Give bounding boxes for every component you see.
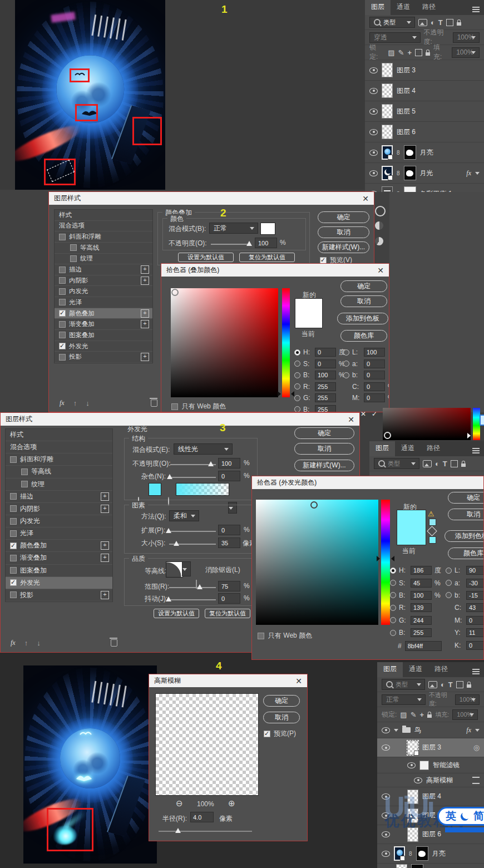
fx-icon[interactable]: fx: [11, 639, 16, 647]
value-field[interactable]: 11: [466, 628, 484, 637]
style-checkbox[interactable]: [59, 234, 66, 240]
zoom-out-icon[interactable]: ⊖: [176, 798, 183, 808]
visibility-eye-icon[interactable]: [407, 762, 416, 768]
style-list-item[interactable]: 内发光: [6, 515, 112, 527]
radio[interactable]: [343, 349, 349, 356]
size-slider-thumb[interactable]: [174, 541, 179, 546]
group-row-bird[interactable]: 鸟 fx: [377, 722, 484, 738]
radio[interactable]: [390, 580, 396, 586]
filter-mask-thumbnail[interactable]: [419, 761, 429, 770]
style-list-item[interactable]: 描边 +: [55, 264, 152, 275]
fx-badge[interactable]: fx: [466, 726, 471, 734]
add-to-swatches-button[interactable]: 添加到色板: [445, 530, 484, 542]
spread-slider[interactable]: [169, 531, 216, 532]
layer-row-color-balance[interactable]: 色彩平衡 1: [365, 184, 484, 192]
jitter-slider[interactable]: [169, 599, 216, 600]
lock-paint-icon[interactable]: ✎: [411, 711, 417, 719]
new-style-button[interactable]: 新建样式(W)...: [318, 241, 369, 253]
contour-arrow[interactable]: [182, 561, 191, 576]
style-checkbox[interactable]: [21, 481, 28, 487]
style-checkbox[interactable]: [10, 530, 17, 537]
smart-object-thumbnail[interactable]: [407, 741, 418, 755]
value-field[interactable]: 244: [411, 616, 432, 625]
visibility-eye-icon[interactable]: [369, 170, 378, 176]
value-field[interactable]: 90: [466, 566, 484, 575]
value-field[interactable]: 186: [411, 566, 432, 575]
value-field[interactable]: 0: [364, 371, 385, 379]
color-libraries-button[interactable]: 颜色库: [340, 330, 387, 342]
radio[interactable]: [294, 406, 300, 412]
hue-slider[interactable]: [282, 288, 290, 397]
value-field[interactable]: 100: [364, 348, 385, 357]
value-field[interactable]: 0: [315, 348, 336, 357]
style-list-item[interactable]: 投影 +: [55, 352, 152, 363]
range-field[interactable]: 75: [218, 581, 240, 591]
value-field[interactable]: 45: [411, 579, 432, 588]
value-field[interactable]: 100: [315, 371, 336, 379]
layer-mask-thumbnail[interactable]: [404, 145, 416, 160]
style-checkbox[interactable]: [59, 321, 66, 328]
filter-type-letter-icon[interactable]: T: [448, 680, 453, 689]
radio[interactable]: [294, 349, 300, 356]
tab-channels[interactable]: 通道: [395, 441, 421, 456]
radius-slider-thumb[interactable]: [175, 828, 181, 833]
fx-collapse-icon[interactable]: [475, 729, 480, 732]
set-default-button[interactable]: 设置为默认值: [178, 253, 234, 262]
fill-combo[interactable]: 100%: [452, 47, 480, 58]
gamut-warning-icon[interactable]: ⚠: [428, 510, 434, 518]
filter-shape-icon[interactable]: [451, 460, 458, 467]
blur-preview[interactable]: [155, 693, 259, 796]
style-list-item[interactable]: 渐变叠加 +: [6, 552, 112, 564]
color-balance-icon[interactable]: [382, 186, 393, 192]
move-up-icon[interactable]: ↑: [24, 639, 28, 647]
reset-default-button[interactable]: 复位为默认值: [239, 253, 295, 262]
lock-move-icon[interactable]: +: [420, 711, 424, 719]
plus-icon[interactable]: +: [101, 554, 109, 562]
opacity-field[interactable]: 100: [218, 458, 240, 468]
web-only-checkbox[interactable]: [258, 633, 264, 639]
jitter-slider-thumb[interactable]: [166, 596, 171, 601]
value-field[interactable]: 0: [364, 382, 385, 391]
color-field[interactable]: [171, 288, 278, 397]
cancel-button[interactable]: 取消: [340, 295, 387, 307]
radio[interactable]: [343, 372, 349, 378]
dialog-titlebar[interactable]: 图层样式 ✕: [49, 192, 374, 205]
lock-transparent-icon[interactable]: ▨: [388, 48, 394, 57]
cancel-button[interactable]: 取消: [448, 509, 484, 520]
panel-menu-icon[interactable]: [472, 9, 480, 10]
visibility-eye-icon[interactable]: [369, 150, 378, 156]
style-checkbox[interactable]: [59, 354, 66, 361]
close-icon[interactable]: ✕: [295, 677, 302, 685]
plus-icon[interactable]: +: [101, 591, 109, 599]
layer-row-3-selected[interactable]: 图层 3 ◎: [377, 738, 484, 757]
radio[interactable]: [390, 568, 396, 574]
spread-field[interactable]: 0: [218, 525, 240, 535]
noise-field[interactable]: 0: [218, 471, 240, 481]
layer-mask-thumbnail[interactable]: [404, 166, 416, 180]
smart-object-thumbnail[interactable]: [382, 145, 393, 160]
hue-slider[interactable]: [381, 500, 390, 625]
visibility-eye-icon[interactable]: [369, 108, 378, 115]
lock-artboard-icon[interactable]: [415, 49, 422, 56]
style-checkbox[interactable]: [70, 255, 77, 262]
radio[interactable]: [294, 395, 300, 401]
move-down-icon[interactable]: ↓: [37, 639, 41, 647]
opacity-slider[interactable]: [211, 244, 251, 245]
contour-thumbnail[interactable]: [166, 561, 183, 578]
value-field[interactable]: 43: [466, 603, 484, 612]
style-checkbox[interactable]: [10, 505, 17, 512]
radio[interactable]: [390, 592, 396, 598]
style-list-item[interactable]: 混合选项: [6, 441, 112, 453]
style-list-item[interactable]: 渐变叠加 +: [55, 319, 152, 330]
spread-slider-thumb[interactable]: [166, 528, 171, 533]
opacity-slider-thumb[interactable]: [208, 461, 214, 466]
value-field[interactable]: 0: [466, 641, 484, 650]
ok-button[interactable]: 确定: [294, 427, 354, 439]
preview-checkbox[interactable]: [264, 731, 270, 737]
plus-icon[interactable]: +: [141, 309, 149, 318]
filter-shape-icon[interactable]: [446, 19, 453, 26]
size-field[interactable]: 35: [218, 537, 240, 548]
delete-icon[interactable]: [111, 639, 117, 647]
plus-icon[interactable]: +: [141, 320, 149, 328]
picker-titlebar[interactable]: 拾色器 (叠加颜色) ✕: [161, 264, 389, 277]
